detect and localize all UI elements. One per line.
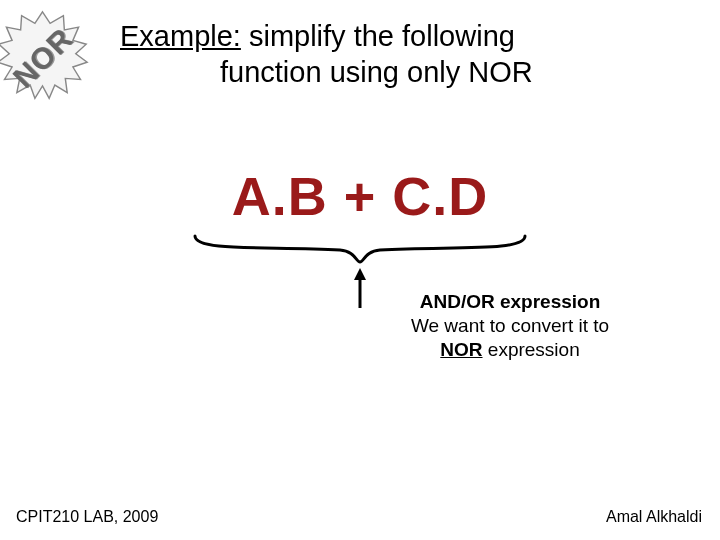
svg-marker-1 [354, 268, 366, 280]
caption-line3b: expression [483, 339, 580, 360]
under-brace [190, 234, 530, 264]
heading-prefix: Example: [120, 20, 241, 52]
term-a: A [232, 166, 272, 226]
dot-1: . [272, 166, 288, 226]
heading-rest1: simplify the following [241, 20, 515, 52]
caption-nor: NOR [440, 339, 482, 360]
plus: + [328, 166, 393, 226]
dot-2: . [432, 166, 448, 226]
equation: A.B + C.D [232, 165, 489, 227]
caption-line1: AND/OR expression [360, 290, 660, 314]
footer-course: CPIT210 LAB, 2009 [16, 508, 158, 526]
caption-line2: We want to convert it to [360, 314, 660, 338]
heading-line2: function using only NOR [120, 54, 690, 90]
slide-heading: Example: simplify the following function… [120, 18, 690, 91]
term-b: B [288, 166, 328, 226]
term-c: C [392, 166, 432, 226]
footer-author: Amal Alkhaldi [606, 508, 702, 526]
nor-starburst-badge: NOR [0, 10, 90, 105]
equation-caption: AND/OR expression We want to convert it … [360, 290, 660, 361]
term-d: D [448, 166, 488, 226]
